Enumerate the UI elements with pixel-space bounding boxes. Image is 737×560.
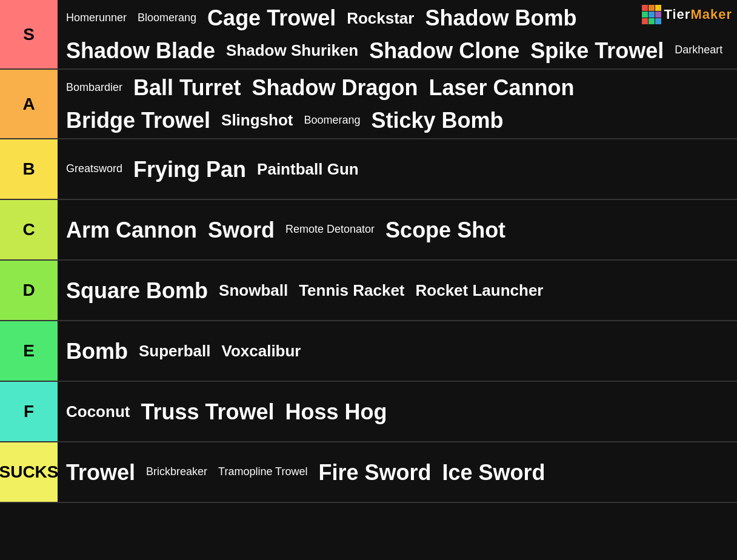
- tier-row-e: EBombSuperballVoxcalibur: [0, 321, 737, 382]
- tier-item[interactable]: Truss Trowel: [136, 396, 279, 428]
- tier-label-b: B: [0, 139, 58, 199]
- tier-row-sucks: SUCKSTrowelBrickbreakerTramopline Trowel…: [0, 442, 737, 503]
- tier-item[interactable]: Darkheart: [670, 41, 727, 60]
- tier-item[interactable]: Slingshot: [216, 108, 298, 133]
- tier-row-s: SHomerunnerBloomerangCage TrowelRockstar…: [0, 0, 737, 70]
- tier-row-f: FCoconutTruss TrowelHoss Hog: [0, 382, 737, 442]
- tier-list-wrapper: TierMaker SHomerunnerBloomerangCage Trow…: [0, 0, 737, 503]
- tier-item[interactable]: Fire Sword: [313, 457, 436, 488]
- logo-grid: [642, 5, 661, 24]
- tier-item[interactable]: Hoss Hog: [281, 396, 392, 428]
- tier-label-d: D: [0, 261, 58, 320]
- tier-item[interactable]: Shadow Blade: [61, 35, 220, 67]
- tier-item[interactable]: Cage Trowel: [202, 2, 341, 34]
- tier-label-e: E: [0, 321, 58, 381]
- logo-text: TierMaker: [664, 7, 732, 22]
- tier-item[interactable]: Voxcalibur: [216, 339, 305, 364]
- tier-item[interactable]: Tramopline Trowel: [213, 462, 312, 482]
- tier-content-d: Square BombSnowballTennis RacketRocket L…: [58, 261, 737, 320]
- tier-item[interactable]: Coconut: [61, 399, 135, 424]
- tier-item[interactable]: Arm Cannon: [61, 215, 202, 246]
- tier-item[interactable]: Shadow Shuriken: [221, 38, 363, 63]
- tier-item[interactable]: Bloomerang: [133, 8, 201, 28]
- tier-content-f: CoconutTruss TrowelHoss Hog: [58, 382, 737, 441]
- tier-item[interactable]: Ice Sword: [437, 457, 550, 488]
- logo-cell: [649, 18, 655, 24]
- tier-item[interactable]: Sticky Bomb: [367, 105, 509, 136]
- tier-row-c: CArm CannonSwordRemote DetonatorScope Sh…: [0, 200, 737, 261]
- tier-item[interactable]: Ball Turret: [128, 72, 245, 104]
- tier-item[interactable]: Rocket Launcher: [411, 278, 549, 303]
- tier-content-e: BombSuperballVoxcalibur: [58, 321, 737, 381]
- logo-cell: [655, 5, 661, 11]
- tier-item[interactable]: Spike Trowel: [525, 35, 669, 67]
- tier-item[interactable]: Bombardier: [61, 78, 127, 98]
- tier-item[interactable]: Boomerang: [299, 111, 365, 130]
- tier-content-c: Arm CannonSwordRemote DetonatorScope Sho…: [58, 200, 737, 259]
- tier-label-c: C: [0, 200, 58, 259]
- tier-item[interactable]: Bomb: [61, 336, 133, 367]
- tiermaker-logo: TierMaker: [642, 5, 732, 24]
- logo-cell: [642, 12, 648, 18]
- logo-cell: [642, 18, 648, 24]
- tier-item[interactable]: Homerunner: [61, 8, 132, 28]
- tier-item[interactable]: Shadow Dragon: [247, 72, 422, 104]
- tier-item[interactable]: Shadow Bomb: [420, 2, 581, 34]
- tier-row-a: ABombardierBall TurretShadow DragonLaser…: [0, 70, 737, 139]
- tier-row-b: BGreatswordFrying PanPaintball Gun: [0, 139, 737, 200]
- tier-item[interactable]: Remote Detonator: [281, 220, 379, 239]
- tier-item[interactable]: Laser Cannon: [424, 72, 579, 104]
- logo-cell: [649, 12, 655, 18]
- logo-cell: [642, 5, 648, 11]
- logo-cell: [649, 5, 655, 11]
- tier-item[interactable]: Paintball Gun: [252, 157, 364, 182]
- tier-content-a: BombardierBall TurretShadow DragonLaser …: [58, 70, 737, 138]
- tier-list: SHomerunnerBloomerangCage TrowelRockstar…: [0, 0, 737, 503]
- tier-item[interactable]: Greatsword: [61, 159, 127, 179]
- tier-content-sucks: TrowelBrickbreakerTramopline TrowelFire …: [58, 442, 737, 502]
- tier-item[interactable]: Scope Shot: [381, 215, 510, 246]
- tier-item[interactable]: Trowel: [61, 457, 140, 488]
- tier-item[interactable]: Square Bomb: [61, 275, 213, 307]
- logo-cell: [655, 18, 661, 24]
- tier-content-s: HomerunnerBloomerangCage TrowelRockstarS…: [58, 0, 737, 68]
- tier-item[interactable]: Tennis Racket: [294, 278, 409, 303]
- tier-row-d: DSquare BombSnowballTennis RacketRocket …: [0, 261, 737, 321]
- tier-item[interactable]: Superball: [134, 339, 215, 364]
- tier-item[interactable]: Frying Pan: [128, 154, 251, 185]
- tier-item[interactable]: Snowball: [214, 278, 293, 303]
- tier-item[interactable]: Rockstar: [342, 6, 419, 31]
- tier-label-s: S: [0, 0, 58, 68]
- tier-item[interactable]: Brickbreaker: [141, 462, 212, 482]
- tier-label-a: A: [0, 70, 58, 138]
- tier-item[interactable]: Bridge Trowel: [61, 105, 215, 136]
- tier-item[interactable]: Shadow Clone: [364, 35, 524, 67]
- tier-label-sucks: SUCKS: [0, 442, 58, 502]
- logo-cell: [655, 12, 661, 18]
- tier-label-f: F: [0, 382, 58, 441]
- tier-item[interactable]: Sword: [203, 215, 279, 246]
- tier-content-b: GreatswordFrying PanPaintball Gun: [58, 139, 737, 199]
